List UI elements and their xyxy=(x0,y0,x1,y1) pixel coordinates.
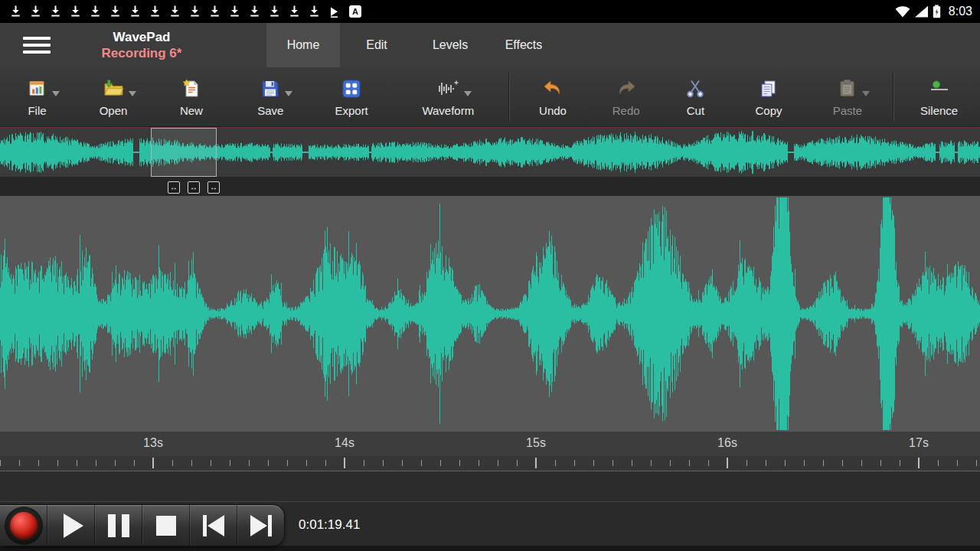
download-icon xyxy=(190,5,200,18)
toolbar-copy-button[interactable]: Copy xyxy=(730,67,806,126)
download-icon xyxy=(31,5,41,18)
timeline-ticks[interactable] xyxy=(0,456,980,471)
stop-button[interactable] xyxy=(142,505,190,546)
download-icon xyxy=(90,5,100,18)
file-icon xyxy=(28,79,47,99)
toolbar-button-label: Open xyxy=(100,104,128,117)
toolbar-button-label: Cut xyxy=(687,104,704,117)
selection-handle[interactable]: ↔ xyxy=(207,181,220,194)
tab-levels[interactable]: Levels xyxy=(413,23,487,67)
transport-bar: 0:01:19.41 xyxy=(0,501,980,551)
dropdown-caret-icon xyxy=(52,91,60,100)
record-button[interactable] xyxy=(0,505,47,546)
selection-handle[interactable]: ↔ xyxy=(168,181,180,194)
previous-button[interactable] xyxy=(190,505,237,546)
play-button[interactable] xyxy=(47,505,95,546)
redo-icon xyxy=(616,79,637,99)
paste-icon xyxy=(838,79,858,99)
download-icon xyxy=(150,5,160,18)
toolbar-button-label: Paste xyxy=(833,104,862,117)
waveform-icon xyxy=(436,79,459,99)
wavepad-app: A 8:03 WavePad Recording 6* HomeEditLeve… xyxy=(0,0,980,551)
download-icon xyxy=(309,5,319,18)
main-waveform[interactable] xyxy=(0,196,980,432)
clock: 8:03 xyxy=(949,5,972,18)
stop-icon xyxy=(156,516,176,536)
toolbar-button-label: Save xyxy=(257,104,283,117)
toolbar-open-button[interactable]: Open xyxy=(74,67,152,126)
timeline-label: 17s xyxy=(909,436,929,450)
dropdown-caret-icon xyxy=(129,91,136,100)
toolbar-button-label: Export xyxy=(335,104,368,117)
toolbar-button-label: Redo xyxy=(612,104,640,117)
tab-effects[interactable]: Effects xyxy=(487,23,560,67)
signal-icon xyxy=(914,5,929,18)
cut-icon xyxy=(685,79,705,99)
tab-home[interactable]: Home xyxy=(266,23,340,67)
skip-to-end-icon xyxy=(250,515,272,536)
lower-spacer xyxy=(0,471,980,501)
download-icon xyxy=(51,5,60,18)
app-header: WavePad Recording 6* HomeEditLevelsEffec… xyxy=(0,23,980,67)
timeline-label: 14s xyxy=(335,436,354,450)
toolbar-waveform-button[interactable]: Waveform xyxy=(393,67,505,126)
menu-button[interactable] xyxy=(23,23,51,67)
download-icon xyxy=(11,5,21,18)
pause-icon xyxy=(108,514,129,537)
toolbar-export-button[interactable]: Export xyxy=(311,67,393,126)
ribbon-tabs: HomeEditLevelsEffects xyxy=(266,23,560,67)
skip-to-start-icon xyxy=(203,515,224,536)
major-tick xyxy=(727,458,728,468)
toolbar-button-label: Waveform xyxy=(422,104,474,117)
toolbar-redo-button[interactable]: Redo xyxy=(592,67,660,126)
toolbar-silence-button[interactable]: Silence xyxy=(898,67,980,126)
timeline-ruler[interactable]: 13s14s15s16s17s xyxy=(0,432,980,456)
next-button[interactable] xyxy=(237,505,284,546)
selection-region[interactable] xyxy=(151,128,217,177)
copy-icon xyxy=(759,79,779,99)
undo-icon xyxy=(542,79,564,99)
a-badge-icon: A xyxy=(349,5,361,18)
overview-waveform-canvas[interactable] xyxy=(0,128,980,177)
toolbar-separator xyxy=(893,72,893,122)
main-waveform-canvas[interactable] xyxy=(0,196,980,432)
toolbar-new-button[interactable]: New xyxy=(152,67,230,126)
download-icon xyxy=(130,5,140,18)
download-icon xyxy=(270,5,279,18)
dropdown-caret-icon xyxy=(285,91,292,100)
major-tick xyxy=(918,458,920,468)
toolbar-button-label: Undo xyxy=(539,104,567,117)
download-icon xyxy=(250,5,260,18)
title-block: WavePad Recording 6* xyxy=(51,23,233,67)
play-notification-icon xyxy=(329,6,339,18)
dropdown-caret-icon xyxy=(862,91,870,100)
download-icon xyxy=(230,5,240,18)
download-icon xyxy=(110,5,120,18)
major-tick xyxy=(152,458,154,468)
overview-waveform[interactable]: ↔↔↔ xyxy=(0,127,980,196)
pause-button[interactable] xyxy=(95,505,142,546)
toolbar: FileOpenNewSaveExportWaveformUndoRedoCut… xyxy=(0,67,980,127)
app-title: WavePad xyxy=(51,29,233,45)
toolbar-button-label: File xyxy=(28,104,46,117)
time-display: 0:01:19.41 xyxy=(299,517,360,533)
new-document-icon xyxy=(181,79,201,99)
toolbar-separator xyxy=(508,72,509,122)
document-title: Recording 6* xyxy=(51,45,233,61)
play-icon xyxy=(64,514,83,538)
major-tick xyxy=(535,458,537,468)
toolbar-save-button[interactable]: Save xyxy=(230,67,311,126)
selection-handle[interactable]: ↔ xyxy=(188,181,200,194)
toolbar-undo-button[interactable]: Undo xyxy=(514,67,592,126)
download-icon xyxy=(70,5,80,18)
toolbar-paste-button[interactable]: Paste xyxy=(806,67,888,126)
toolbar-cut-button[interactable]: Cut xyxy=(660,67,730,126)
toolbar-button-label: New xyxy=(180,104,203,117)
tab-edit[interactable]: Edit xyxy=(340,23,413,67)
notification-icons: A xyxy=(5,5,361,18)
toolbar-file-button[interactable]: File xyxy=(0,67,74,126)
silence-icon xyxy=(929,79,949,99)
battery-icon xyxy=(933,5,941,18)
toolbar-button-label: Copy xyxy=(755,104,782,117)
download-icon xyxy=(289,5,299,18)
